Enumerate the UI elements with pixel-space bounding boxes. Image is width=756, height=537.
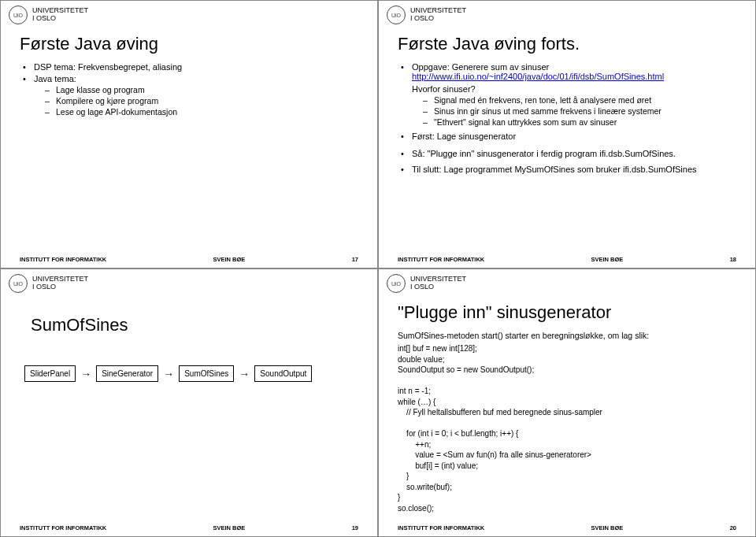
- university-seal-icon: UiO: [387, 6, 406, 24]
- arrow-icon: →: [80, 368, 91, 380]
- university-seal-icon: UiO: [387, 274, 406, 293]
- question-text: Hvorfor sinuser?: [412, 84, 736, 94]
- bullet: Java tema: Lage klasse og program Kompil…: [34, 74, 358, 117]
- footer-left: INSTITUTT FOR INFORMATIKK: [20, 524, 106, 531]
- footer-left: INSTITUTT FOR INFORMATIKK: [398, 256, 484, 263]
- slide-header: UiO UNIVERSITETET I OSLO: [1, 269, 377, 294]
- slide-title: "Plugge inn" sinusgenerator: [398, 302, 736, 323]
- bullet: Så: "Plugge inn" sinusgenerator i ferdig…: [412, 149, 736, 158]
- diagram-box-sliderpanel: SliderPanel: [24, 365, 76, 382]
- slide-header: UiO UNIVERSITETET I OSLO: [1, 1, 377, 26]
- slide-footer: INSTITUTT FOR INFORMATIKK SVEIN BØE 18: [379, 253, 755, 268]
- uni-line2: I OSLO: [410, 283, 466, 291]
- slide-content: "Plugge inn" sinusgenerator SumOfSines-m…: [379, 294, 755, 521]
- arrow-icon: →: [163, 368, 174, 380]
- university-name: UNIVERSITETET I OSLO: [410, 7, 466, 23]
- bullet: DSP tema: Frekvensbegrepet, aliasing: [34, 62, 358, 72]
- sub-bullet: Lage klasse og program: [56, 85, 358, 94]
- diagram-box-soundoutput: SoundOutput: [254, 365, 312, 382]
- university-name: UNIVERSITETET I OSLO: [32, 7, 88, 23]
- university-seal-icon: UiO: [9, 6, 28, 24]
- slide-content: SumOfSines SliderPanel → SineGenerator →…: [1, 294, 377, 521]
- footer-page: 19: [352, 524, 358, 531]
- slide-subtitle: SumOfSines-metoden start() starter en be…: [398, 331, 736, 340]
- footer-mid: SVEIN BØE: [591, 524, 624, 531]
- slide-content: Første Java øving forts. Oppgave: Genere…: [379, 26, 755, 253]
- slide-footer: INSTITUTT FOR INFORMATIKK SVEIN BØE 20: [379, 521, 755, 536]
- slide-content: Første Java øving DSP tema: Frekvensbegr…: [1, 26, 377, 253]
- footer-left: INSTITUTT FOR INFORMATIKK: [20, 256, 106, 263]
- slide-header: UiO UNIVERSITETET I OSLO: [379, 269, 755, 294]
- uni-line2: I OSLO: [32, 283, 88, 291]
- university-name: UNIVERSITETET I OSLO: [32, 276, 88, 291]
- university-seal-icon: UiO: [9, 274, 28, 293]
- bullet: Oppgave: Generere sum av sinuser http://…: [412, 62, 736, 127]
- slide-header: UiO UNIVERSITETET I OSLO: [379, 1, 755, 26]
- slide-footer: INSTITUTT FOR INFORMATIKK SVEIN BØE 17: [1, 253, 377, 268]
- footer-mid: SVEIN BØE: [213, 524, 246, 531]
- link[interactable]: http://www.ifi.uio.no/~inf2400/java/doc/…: [412, 72, 664, 81]
- footer-page: 18: [730, 256, 736, 263]
- slide-footer: INSTITUTT FOR INFORMATIKK SVEIN BØE 19: [1, 521, 377, 536]
- arrow-icon: →: [239, 368, 250, 380]
- slide-20: UiO UNIVERSITETET I OSLO "Plugge inn" si…: [378, 268, 756, 537]
- university-name: UNIVERSITETET I OSLO: [410, 276, 466, 291]
- diagram-box-sinegenerator: SineGenerator: [96, 365, 158, 382]
- class-diagram: SliderPanel → SineGenerator → SumOfSines…: [24, 365, 358, 382]
- slide-19: UiO UNIVERSITETET I OSLO SumOfSines Slid…: [0, 268, 378, 537]
- slide-title: Første Java øving: [20, 34, 358, 54]
- footer-page: 20: [730, 524, 736, 531]
- uni-line2: I OSLO: [410, 15, 466, 23]
- footer-mid: SVEIN BØE: [213, 256, 246, 263]
- slide-18: UiO UNIVERSITETET I OSLO Første Java øvi…: [378, 0, 756, 268]
- uni-line2: I OSLO: [32, 15, 88, 23]
- sub-bullet: Signal med én frekvens, ren tone, lett å…: [434, 95, 736, 105]
- diagram-box-sumofsines: SumOfSines: [179, 365, 234, 382]
- slide-17: UiO UNIVERSITETET I OSLO Første Java øvi…: [0, 0, 378, 268]
- bullet-text: Java tema:: [34, 74, 76, 83]
- bullet-text: Oppgave: Generere sum av sinuser: [412, 62, 549, 72]
- footer-left: INSTITUTT FOR INFORMATIKK: [398, 524, 484, 531]
- sub-bullet: Kompilere og kjøre program: [56, 96, 358, 106]
- footer-page: 17: [352, 256, 358, 263]
- sub-bullet: "Ethvert" signal kan uttrykkes som sum a…: [434, 117, 736, 127]
- sub-bullet: Lese og lage API-dokumentasjon: [56, 107, 358, 117]
- bullet: Til slutt: Lage programmet MySumOfSines …: [412, 165, 736, 174]
- bullet: Først: Lage sinusgenerator: [412, 131, 736, 141]
- sub-bullet: Sinus inn gir sinus ut med samme frekven…: [434, 106, 736, 116]
- slide-title: Første Java øving forts.: [398, 34, 736, 54]
- code-block: int[] buf = new int[128]; double value; …: [398, 343, 736, 513]
- footer-mid: SVEIN BØE: [591, 256, 624, 263]
- slide-title: SumOfSines: [31, 315, 358, 335]
